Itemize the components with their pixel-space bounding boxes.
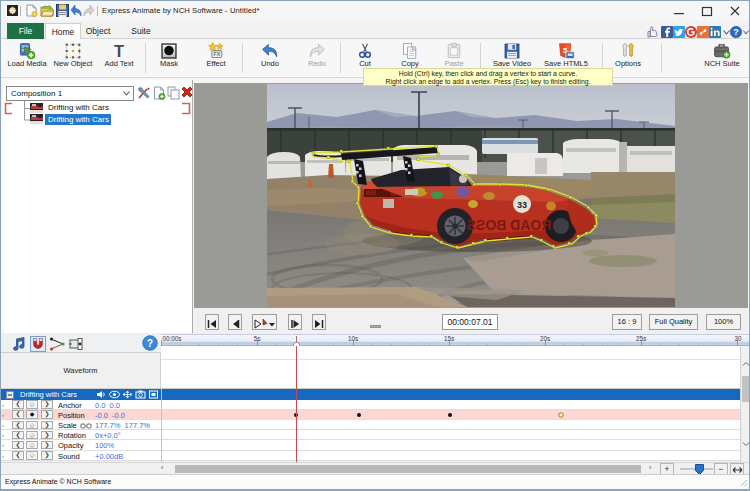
svg-text:25s: 25s	[636, 335, 646, 342]
svg-text:FX: FX	[213, 51, 220, 57]
svg-text:10s: 10s	[348, 335, 358, 342]
svg-text:T: T	[114, 42, 124, 60]
svg-text:00:00s: 00:00s	[163, 335, 182, 342]
svg-text:33: 33	[517, 200, 527, 210]
svg-text:?: ?	[147, 338, 153, 349]
svg-text:ROAD BOSS: ROAD BOSS	[467, 217, 552, 233]
svg-text:20s: 20s	[540, 335, 550, 342]
svg-text:?: ?	[733, 27, 739, 37]
svg-text:15s: 15s	[444, 335, 454, 342]
svg-text:30: 30	[734, 335, 742, 342]
svg-text:5s: 5s	[254, 335, 261, 342]
